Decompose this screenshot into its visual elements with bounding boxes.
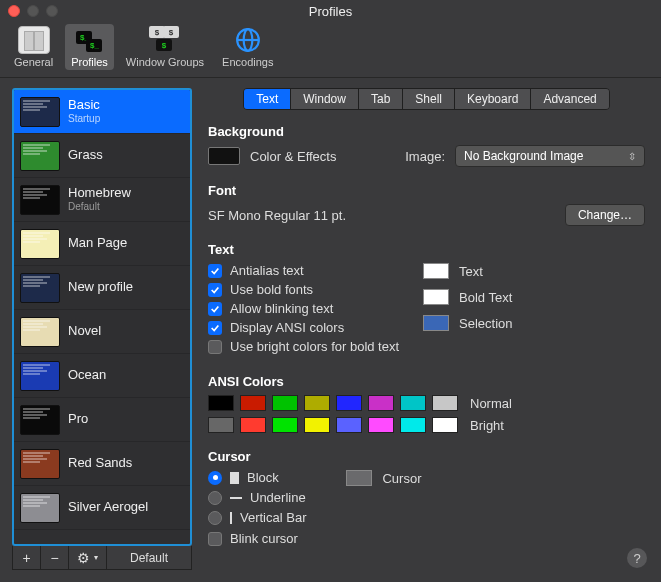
ansi-normal-5-well[interactable] — [368, 395, 394, 411]
profile-row-silver-aerogel[interactable]: Silver Aerogel — [14, 486, 190, 530]
checkbox-antialias-text[interactable]: Antialias text — [208, 263, 399, 278]
text-options: Antialias textUse bold fontsAllow blinki… — [208, 263, 399, 358]
profile-name: Ocean — [68, 368, 106, 383]
toolbar-profiles-label: Profiles — [71, 56, 108, 68]
profile-row-novel[interactable]: Novel — [14, 310, 190, 354]
minimize-window-button[interactable] — [27, 5, 39, 17]
profile-actions-menu[interactable]: ⚙ ▾ — [69, 546, 107, 569]
tab-advanced[interactable]: Advanced — [531, 89, 608, 109]
cursor-color-well[interactable] — [346, 470, 372, 486]
profile-thumbnail — [20, 317, 60, 347]
toolbar-encodings[interactable]: Encodings — [216, 24, 279, 70]
ansi-normal-7-well[interactable] — [432, 395, 458, 411]
ansi-normal-3-well[interactable] — [304, 395, 330, 411]
ansi-bright-label: Bright — [470, 418, 504, 433]
ansi-heading: ANSI Colors — [208, 374, 645, 389]
background-color-well[interactable] — [208, 147, 240, 165]
toolbar-window-groups[interactable]: $$$ Window Groups — [120, 24, 210, 70]
checkbox-display-ansi-colors[interactable]: Display ANSI colors — [208, 320, 399, 335]
ansi-bright-6-well[interactable] — [400, 417, 426, 433]
close-window-button[interactable] — [8, 5, 20, 17]
ansi-bright-0-well[interactable] — [208, 417, 234, 433]
checkbox-label: Use bright colors for bold text — [230, 339, 399, 354]
help-button[interactable]: ? — [627, 548, 647, 568]
ansi-normal-6-well[interactable] — [400, 395, 426, 411]
profiles-icon: $_$_ — [73, 26, 105, 54]
checkbox-label: Allow blinking text — [230, 301, 333, 316]
tab-tab[interactable]: Tab — [359, 89, 403, 109]
profile-row-pro[interactable]: Pro — [14, 398, 190, 442]
bold-text-color-well[interactable] — [423, 289, 449, 305]
cursor-shape-block[interactable]: Block — [208, 470, 306, 485]
default-button[interactable]: Default — [107, 546, 191, 569]
radio-icon — [208, 491, 222, 505]
tab-shell[interactable]: Shell — [403, 89, 455, 109]
profile-row-red-sands[interactable]: Red Sands — [14, 442, 190, 486]
ansi-normal-4-well[interactable] — [336, 395, 362, 411]
profile-name: Basic — [68, 98, 100, 113]
tab-keyboard[interactable]: Keyboard — [455, 89, 531, 109]
checkbox-blink-cursor[interactable]: Blink cursor — [208, 531, 306, 546]
checkbox-icon — [208, 283, 222, 297]
gear-icon: ⚙ — [77, 550, 90, 566]
cursor-options: BlockUnderlineVertical BarBlink cursor — [208, 470, 306, 550]
ansi-bright-5-well[interactable] — [368, 417, 394, 433]
ansi-normal-0-well[interactable] — [208, 395, 234, 411]
profile-row-basic[interactable]: BasicStartup — [14, 90, 190, 134]
checkbox-icon — [208, 340, 222, 354]
profile-row-man-page[interactable]: Man Page — [14, 222, 190, 266]
profile-list[interactable]: BasicStartupGrassHomebrewDefaultMan Page… — [12, 88, 192, 546]
profile-name: New profile — [68, 280, 133, 295]
background-image-popup[interactable]: No Background Image ⇳ — [455, 145, 645, 167]
ansi-normal-1-well[interactable] — [240, 395, 266, 411]
globe-icon — [232, 26, 264, 54]
zoom-window-button[interactable] — [46, 5, 58, 17]
profile-thumbnail — [20, 229, 60, 259]
profile-row-grass[interactable]: Grass — [14, 134, 190, 178]
cursor-shape-under[interactable]: Underline — [208, 490, 306, 505]
text-color-well[interactable] — [423, 263, 449, 279]
toolbar-profiles[interactable]: $_$_ Profiles — [65, 24, 114, 70]
checkbox-icon — [208, 321, 222, 335]
profile-thumbnail — [20, 361, 60, 391]
chevron-down-icon: ▾ — [94, 553, 98, 562]
background-image-value: No Background Image — [464, 149, 583, 163]
ansi-bright-2-well[interactable] — [272, 417, 298, 433]
general-icon — [18, 26, 50, 54]
ansi-bright-7-well[interactable] — [432, 417, 458, 433]
preferences-toolbar: General $_$_ Profiles $$$ Window Groups … — [0, 22, 661, 78]
add-profile-button[interactable]: + — [13, 546, 41, 569]
cursor-shape-bar[interactable]: Vertical Bar — [208, 510, 306, 525]
cursor-shape-icon — [230, 472, 239, 484]
profile-name: Man Page — [68, 236, 127, 251]
profile-row-ocean[interactable]: Ocean — [14, 354, 190, 398]
selection-color-well[interactable] — [423, 315, 449, 331]
checkbox-icon — [208, 302, 222, 316]
font-summary: SF Mono Regular 11 pt. — [208, 208, 346, 223]
change-font-button[interactable]: Change… — [565, 204, 645, 226]
ansi-normal-2-well[interactable] — [272, 395, 298, 411]
profile-thumbnail — [20, 273, 60, 303]
ansi-bright-1-well[interactable] — [240, 417, 266, 433]
text-heading: Text — [208, 242, 645, 257]
profile-name: Homebrew — [68, 186, 131, 201]
profile-thumbnail — [20, 449, 60, 479]
profile-list-footer: + − ⚙ ▾ Default — [12, 546, 192, 570]
checkbox-allow-blinking-text[interactable]: Allow blinking text — [208, 301, 399, 316]
profile-name: Red Sands — [68, 456, 132, 471]
checkbox-use-bright-colors-for-bold-text[interactable]: Use bright colors for bold text — [208, 339, 399, 354]
radio-icon — [208, 511, 222, 525]
remove-profile-button[interactable]: − — [41, 546, 69, 569]
settings-tabs: TextWindowTabShellKeyboardAdvanced — [243, 88, 610, 110]
ansi-bright-4-well[interactable] — [336, 417, 362, 433]
checkbox-use-bold-fonts[interactable]: Use bold fonts — [208, 282, 399, 297]
toolbar-general[interactable]: General — [8, 24, 59, 70]
popup-arrows-icon: ⇳ — [628, 151, 636, 162]
profile-row-new-profile[interactable]: New profile — [14, 266, 190, 310]
tab-window[interactable]: Window — [291, 89, 359, 109]
ansi-bright-3-well[interactable] — [304, 417, 330, 433]
color-well-label: Bold Text — [459, 290, 512, 305]
profile-row-homebrew[interactable]: HomebrewDefault — [14, 178, 190, 222]
tab-text[interactable]: Text — [244, 89, 291, 109]
font-heading: Font — [208, 183, 645, 198]
